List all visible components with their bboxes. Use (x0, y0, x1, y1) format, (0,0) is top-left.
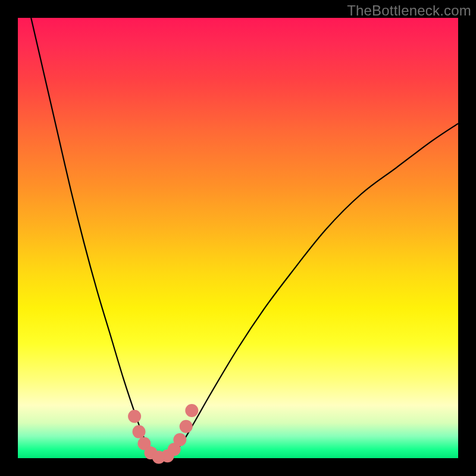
watermark-text: TheBottleneck.com (347, 2, 471, 19)
highlight-dot (128, 410, 141, 423)
bottleneck-curve (31, 18, 458, 459)
highlight-dot (180, 420, 193, 433)
chart-frame: TheBottleneck.com (0, 0, 476, 476)
curve-layer (18, 18, 458, 458)
highlight-dot (173, 433, 186, 446)
highlight-dot (185, 404, 198, 417)
highlight-dot (133, 425, 146, 439)
